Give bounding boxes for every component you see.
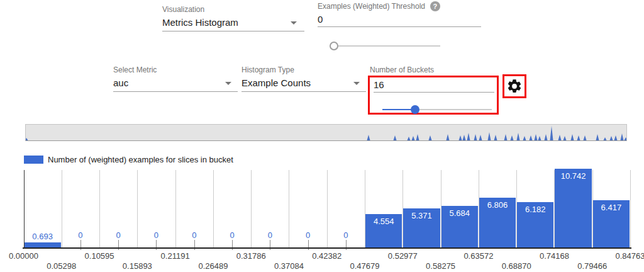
bar-value-label: 0 xyxy=(116,230,121,240)
gridline xyxy=(99,170,100,247)
gridline xyxy=(137,170,138,247)
x-axis-tick-label: 0.15893 xyxy=(123,261,152,271)
bar-value-label: 0 xyxy=(306,230,310,240)
bar-value-label: 5.684 xyxy=(449,208,470,218)
x-axis-tick-label: 0.79466 xyxy=(577,261,607,271)
bar-value-label: 0 xyxy=(192,230,196,240)
x-axis-tick-label: 0.42382 xyxy=(312,251,341,261)
x-axis-tick-label: 0.47679 xyxy=(350,261,380,271)
metrics-histogram-panel: Visualization Metrics Histogram Examples… xyxy=(0,0,644,272)
bar-value-label: 6.417 xyxy=(601,203,622,212)
x-axis-tick-label: 0.00000 xyxy=(9,251,38,261)
histogram-bar[interactable] xyxy=(25,242,61,247)
x-axis-tick-label: 0.84763 xyxy=(616,251,644,261)
x-axis-tick-label: 0.63572 xyxy=(464,251,493,261)
x-axis-tick-label: 0.58275 xyxy=(426,261,455,271)
bar-value-label: 6.182 xyxy=(525,205,546,214)
x-axis-tick-label: 0.31786 xyxy=(236,251,266,261)
x-axis-tick-label: 0.21191 xyxy=(161,251,190,261)
x-axis-tick-label: 0.68870 xyxy=(502,261,531,271)
bar-value-label: 0 xyxy=(268,230,272,240)
bar-value-label: 6.806 xyxy=(487,200,508,210)
x-axis-tick-label: 0.05298 xyxy=(47,261,76,271)
bar-value-label: 5.371 xyxy=(411,211,432,220)
bar-value-label: 0 xyxy=(78,230,82,240)
x-axis-tick-label: 0.26489 xyxy=(198,261,228,271)
x-axis-tick-label: 0.10595 xyxy=(85,251,114,261)
gridline xyxy=(251,170,252,247)
gridline xyxy=(62,170,62,247)
bar-value-label: 0 xyxy=(343,230,348,240)
gridline xyxy=(213,170,214,247)
x-axis-line xyxy=(23,247,631,249)
bar-value-label: 4.554 xyxy=(374,217,394,226)
gridline xyxy=(175,170,176,247)
gridline xyxy=(630,170,631,247)
bar-value-label: 0 xyxy=(230,230,234,240)
x-axis-tick-label: 0.37084 xyxy=(274,261,304,271)
histogram-chart: 0.693000000004.5545.3715.6846.8066.18210… xyxy=(0,0,644,272)
x-axis-tick-label: 0.74168 xyxy=(540,251,569,261)
gridline xyxy=(327,170,328,247)
bar-value-label: 0.693 xyxy=(32,232,53,241)
x-axis-tick-label: 0.52977 xyxy=(388,251,418,261)
bar-value-label: 0 xyxy=(154,230,158,240)
bar-value-label: 10.742 xyxy=(561,171,586,181)
y-axis-line xyxy=(24,170,25,247)
gridline xyxy=(289,170,289,247)
